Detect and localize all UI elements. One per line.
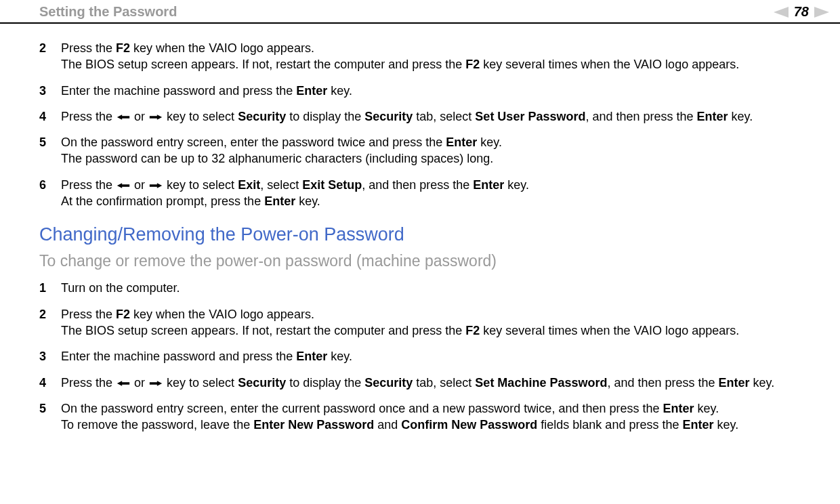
step: 3Enter the machine password and press th… [39, 83, 813, 99]
section-subtitle: To change or remove the power-on passwor… [39, 252, 813, 270]
step-body: Press the or key to select Security to d… [61, 375, 813, 391]
step-number: 6 [39, 177, 61, 210]
step: 3Enter the machine password and press th… [39, 348, 813, 364]
step: 2Press the F2 key when the VAIO logo app… [39, 40, 813, 73]
step: 4Press the or key to select Security to … [39, 108, 813, 125]
step-number: 2 [39, 306, 61, 339]
page-nav: 78 [774, 4, 829, 20]
arrow-right-icon [148, 380, 163, 387]
step: 5On the password entry screen, enter the… [39, 134, 813, 167]
step-body: Enter the machine password and press the… [61, 348, 813, 364]
step-body: Press the or key to select Exit, select … [61, 177, 813, 210]
next-page-icon[interactable] [814, 7, 829, 18]
step-body: Press the F2 key when the VAIO logo appe… [61, 306, 813, 339]
arrow-left-icon [116, 380, 131, 387]
step-number: 5 [39, 134, 61, 167]
step-body: Press the or key to select Security to d… [61, 108, 813, 125]
page-number: 78 [794, 4, 809, 20]
arrow-right-icon [148, 182, 163, 189]
step-number: 2 [39, 40, 61, 73]
step: 5On the password entry screen, enter the… [39, 400, 813, 434]
step-number: 5 [39, 400, 61, 434]
arrow-right-icon [148, 114, 163, 121]
arrow-left-icon [116, 114, 131, 121]
step-body: Turn on the computer. [61, 280, 813, 296]
step: 4Press the or key to select Security to … [39, 375, 813, 391]
step: 6Press the or key to select Exit, select… [39, 177, 813, 210]
page-content: 2Press the F2 key when the VAIO logo app… [0, 24, 840, 456]
step-body: Press the F2 key when the VAIO logo appe… [61, 40, 813, 73]
arrow-left-icon [116, 182, 131, 189]
step: 1Turn on the computer. [39, 280, 813, 296]
section-heading: Changing/Removing the Power-on Password [39, 224, 813, 245]
step-number: 4 [39, 108, 61, 125]
step-number: 4 [39, 375, 61, 391]
step-body: Enter the machine password and press the… [61, 83, 813, 99]
step: 2Press the F2 key when the VAIO logo app… [39, 306, 813, 339]
step-number: 3 [39, 83, 61, 99]
prev-page-icon[interactable] [774, 7, 789, 18]
step-number: 1 [39, 280, 61, 296]
step-body: On the password entry screen, enter the … [61, 134, 813, 167]
header-title: Setting the Password [39, 4, 177, 20]
step-body: On the password entry screen, enter the … [61, 400, 813, 434]
step-number: 3 [39, 348, 61, 364]
page-header: Setting the Password 78 [0, 0, 840, 24]
